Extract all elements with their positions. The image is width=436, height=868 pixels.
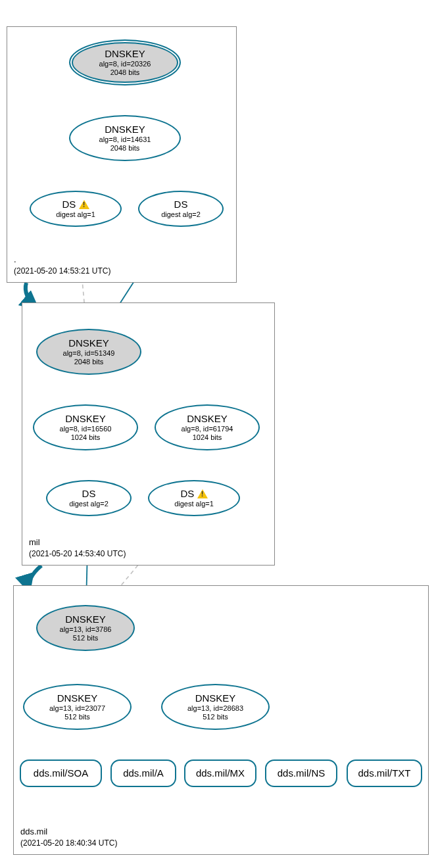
node-title: DNSKEY	[187, 413, 228, 425]
node-sub2: 2048 bits	[110, 144, 140, 153]
rr-label: dds.mil/MX	[196, 767, 245, 779]
node-title: DS	[174, 199, 188, 210]
node-rr-dds-ns[interactable]: dds.mil/NS	[265, 760, 337, 787]
node-sub1: alg=13, id=28683	[187, 704, 243, 713]
node-title: DNSKEY	[195, 692, 236, 704]
node-root-ds-alg1[interactable]: DS digest alg=1	[30, 191, 122, 227]
node-title: DNSKEY	[105, 124, 145, 135]
node-title: DNSKEY	[105, 48, 145, 60]
node-sub2: 1024 bits	[193, 433, 222, 442]
node-sub2: 512 bits	[203, 713, 228, 721]
zone-root-name: .	[14, 254, 110, 266]
node-dds-dnskey-28683[interactable]: DNSKEY alg=13, id=28683 512 bits	[161, 684, 270, 730]
node-title: DS	[180, 488, 207, 500]
node-sub1: alg=13, id=3786	[60, 625, 112, 634]
node-dds-dnskey-3786[interactable]: DNSKEY alg=13, id=3786 512 bits	[36, 605, 135, 651]
node-sub2: 1024 bits	[71, 433, 101, 442]
node-mil-ds-alg1[interactable]: DS digest alg=1	[148, 480, 240, 516]
node-title: DNSKEY	[65, 614, 106, 625]
node-sub1: alg=13, id=23077	[49, 704, 105, 713]
zone-mil-label: mil (2021-05-20 14:53:40 UTC)	[29, 537, 126, 560]
node-dds-dnskey-23077[interactable]: DNSKEY alg=13, id=23077 512 bits	[23, 684, 132, 730]
zone-mil-name: mil	[29, 537, 126, 548]
zone-mil-ts: (2021-05-20 14:53:40 UTC)	[29, 548, 126, 560]
zone-root-label: . (2021-05-20 14:53:21 UTC)	[14, 254, 110, 277]
rr-label: dds.mil/TXT	[358, 767, 410, 779]
node-mil-dnskey-51349[interactable]: DNSKEY alg=8, id=51349 2048 bits	[36, 329, 141, 375]
node-sub1: alg=8, id=51349	[63, 349, 115, 358]
node-title: DNSKEY	[57, 692, 98, 704]
node-mil-dnskey-16560[interactable]: DNSKEY alg=8, id=16560 1024 bits	[33, 404, 138, 450]
node-sub1: digest alg=2	[69, 500, 109, 508]
rr-label: dds.mil/NS	[278, 767, 326, 779]
node-sub1: alg=8, id=61794	[182, 425, 233, 433]
node-sub1: digest alg=1	[56, 210, 95, 219]
warning-icon	[79, 200, 89, 209]
node-sub2: 2048 bits	[110, 68, 140, 77]
node-title: DNSKEY	[68, 337, 109, 349]
node-root-dnskey-14631[interactable]: DNSKEY alg=8, id=14631 2048 bits	[69, 115, 181, 161]
node-title-text: DS	[180, 488, 194, 499]
node-rr-dds-a[interactable]: dds.mil/A	[110, 760, 176, 787]
rr-label: dds.mil/SOA	[34, 767, 88, 779]
node-sub2: 512 bits	[64, 713, 90, 721]
node-sub1: digest alg=2	[161, 210, 201, 219]
node-title: DS	[82, 488, 96, 500]
node-sub1: alg=8, id=16560	[60, 425, 112, 433]
zone-root-ts: (2021-05-20 14:53:21 UTC)	[14, 266, 110, 277]
diagram-canvas: . (2021-05-20 14:53:21 UTC) mil (2021-05…	[0, 0, 436, 868]
zone-dds-ts: (2021-05-20 18:40:34 UTC)	[20, 838, 117, 849]
node-sub1: alg=8, id=20326	[99, 60, 151, 68]
node-title-text: DS	[62, 199, 76, 210]
node-title: DS	[62, 199, 89, 210]
warning-icon	[197, 489, 208, 498]
node-sub2: 2048 bits	[74, 358, 104, 366]
node-rr-dds-txt[interactable]: dds.mil/TXT	[347, 760, 422, 787]
node-sub1: alg=8, id=14631	[99, 135, 151, 144]
node-title: DNSKEY	[65, 413, 106, 425]
zone-dds-name: dds.mil	[20, 826, 117, 838]
node-root-dnskey-20326[interactable]: DNSKEY alg=8, id=20326 2048 bits	[69, 39, 181, 85]
node-rr-dds-soa[interactable]: dds.mil/SOA	[20, 760, 102, 787]
node-sub1: digest alg=1	[174, 500, 214, 508]
node-sub2: 512 bits	[73, 634, 99, 642]
node-mil-dnskey-61794[interactable]: DNSKEY alg=8, id=61794 1024 bits	[155, 404, 260, 450]
node-rr-dds-mx[interactable]: dds.mil/MX	[184, 760, 256, 787]
node-root-ds-alg2[interactable]: DS digest alg=2	[138, 191, 224, 227]
node-mil-ds-alg2[interactable]: DS digest alg=2	[46, 480, 132, 516]
zone-dds-label: dds.mil (2021-05-20 18:40:34 UTC)	[20, 826, 117, 849]
rr-label: dds.mil/A	[123, 767, 164, 779]
